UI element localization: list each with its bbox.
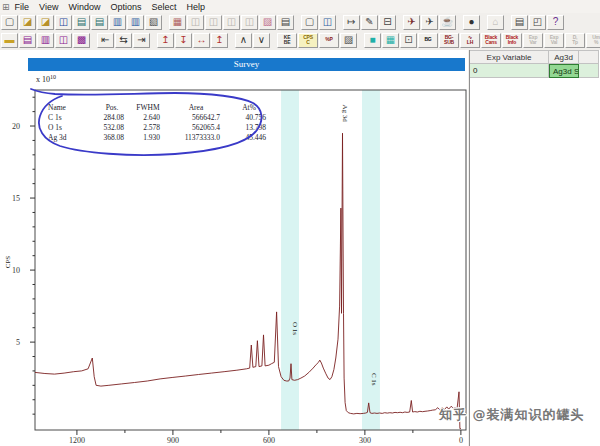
tile-columns-button[interactable]: ◫	[55, 33, 72, 48]
black-cans-button[interactable]: BlackCans	[481, 33, 501, 48]
panel-header-ag3d[interactable]: Ag3d	[549, 50, 579, 64]
print-button-icon: ▤	[515, 17, 524, 27]
d-tp-button[interactable]: D,Tp	[565, 33, 585, 48]
ke-be-toggle-button[interactable]: KEBE	[277, 33, 297, 48]
menu-view[interactable]: View	[39, 2, 58, 12]
convert-button[interactable]: ▦	[169, 15, 186, 30]
black-info-button[interactable]: BlackInfo	[502, 33, 522, 48]
step-first-button[interactable]: ⇤	[97, 33, 114, 48]
save-all-button[interactable]: ◫	[241, 15, 258, 30]
dark-round-button[interactable]: ●	[463, 15, 480, 30]
y-scale-label: x 1010	[36, 74, 56, 84]
percent-p-button[interactable]: %P	[319, 33, 339, 48]
new-file-button-icon: ▢	[5, 17, 14, 27]
y-tick-label: 20	[12, 122, 20, 131]
copy-blocks-button[interactable]: ▤	[91, 15, 108, 30]
print-button[interactable]: ▤	[511, 15, 528, 30]
save-file-button[interactable]: ◫	[55, 15, 72, 30]
image-button[interactable]: ▨	[340, 33, 357, 48]
zoom-out-y-button[interactable]: ↧	[175, 33, 192, 48]
open-file-button[interactable]: ◪	[19, 15, 36, 30]
zoom-x-button[interactable]: ↔	[193, 33, 210, 48]
tile-pages-button-icon: ▤	[23, 35, 32, 45]
jet-dark-button-icon: ✈	[407, 17, 415, 27]
teal-square-button[interactable]: ■	[364, 33, 381, 48]
jet-button-icon: ✈	[425, 17, 433, 27]
save-part-button[interactable]: ◫	[223, 15, 240, 30]
menu-options[interactable]: Options	[110, 2, 141, 12]
print-preview-button-icon: ◰	[533, 17, 542, 27]
plot-frame	[35, 90, 466, 430]
tile-grid-button[interactable]: ▩	[73, 33, 90, 48]
open-experiment-button[interactable]: ◪	[37, 15, 54, 30]
zoom-x-button-icon: ↔	[197, 35, 207, 45]
exp-var-button[interactable]: ExpVar	[523, 33, 543, 48]
tile-rows-button[interactable]: ▥	[37, 33, 54, 48]
print-preview-button[interactable]: ◰	[529, 15, 546, 30]
spectrum-plot[interactable]: 120090060030005101520x 1010CPSAg 3dO 1sC…	[0, 50, 468, 446]
step-swap-button-icon: ⇆	[119, 35, 127, 45]
jet-button[interactable]: ✈	[421, 15, 438, 30]
open-file-button-icon: ◪	[23, 17, 32, 27]
link-button[interactable]: ↦	[343, 15, 360, 30]
paste-special-button[interactable]: ▤	[277, 15, 294, 30]
tile-columns-button-icon: ◫	[59, 35, 68, 45]
lh-button[interactable]: ∿LH	[460, 33, 480, 48]
menu-select[interactable]: Select	[151, 2, 176, 12]
annotate-pencil-button[interactable]: ✎	[361, 15, 378, 30]
save-part-button-icon: ◫	[227, 17, 236, 27]
step-last-button-icon: ⇥	[137, 35, 145, 45]
library-cart-button[interactable]: ⊟	[379, 15, 396, 30]
panel-cell[interactable]: 0	[470, 64, 549, 78]
expand-button[interactable]: ∨	[253, 33, 270, 48]
step-swap-button[interactable]: ⇆	[115, 33, 132, 48]
cps-counts-button[interactable]: CPSC	[298, 33, 318, 48]
menu-window[interactable]: Window	[68, 2, 100, 12]
teal-image-button[interactable]: ▦	[382, 33, 399, 48]
panel-cell[interactable]	[579, 64, 599, 78]
jet-dark-button[interactable]: ✈	[403, 15, 420, 30]
teal-image-button-icon: ▦	[386, 35, 395, 45]
save-vamas-button-icon: ◫	[191, 17, 200, 27]
collapse-button-icon: ∧	[240, 35, 247, 45]
panel-cell-block-selected[interactable]: Ag3d S…	[549, 64, 579, 78]
coffee-button-icon: ☕	[441, 17, 453, 27]
exp-val-button[interactable]: ExpVal	[544, 33, 564, 48]
copy-page-button[interactable]: ▥	[109, 15, 126, 30]
help-button[interactable]: ?	[547, 15, 564, 30]
step-last-button[interactable]: ⇥	[133, 33, 150, 48]
menu-bar: ⊞ FileViewWindowOptionsSelectHelp	[0, 0, 600, 13]
teal-square-button-icon: ■	[369, 35, 375, 45]
zoom-in-y-button[interactable]: ↥	[157, 33, 174, 48]
collapse-button[interactable]: ∧	[235, 33, 252, 48]
help-button-icon: ?	[553, 17, 559, 27]
um-percent-button[interactable]: Um%	[586, 33, 600, 48]
image-button-icon: ▨	[344, 35, 353, 45]
home-button[interactable]: ⌂	[487, 15, 504, 30]
new-file-button[interactable]: ▢	[1, 15, 18, 30]
open-experiment-button-icon: ◪	[41, 17, 50, 27]
paste-button[interactable]: ▧	[145, 15, 162, 30]
tile-pages-button[interactable]: ▤	[19, 33, 36, 48]
panel-header-extra[interactable]	[579, 50, 599, 64]
panel-header-exp-variable[interactable]: Exp Variable	[470, 50, 549, 64]
bg-sub-button[interactable]: BG-SUB	[439, 33, 459, 48]
y-tick-label: 5	[16, 338, 20, 347]
page-layout-yellow-button[interactable]: ▬	[1, 33, 18, 48]
pen-circle-annotation	[31, 89, 262, 155]
overlay-button[interactable]: ⊡	[400, 33, 417, 48]
bg-button[interactable]: BG	[418, 33, 438, 48]
zoom-reset-button[interactable]: ↥	[211, 33, 228, 48]
save-as-button[interactable]: ◫	[205, 15, 222, 30]
cascade-windows-button[interactable]: ◫	[319, 15, 336, 30]
experiment-frame-panel: Exp VariableAg3d0Ag3d S…	[469, 50, 600, 446]
coffee-button[interactable]: ☕	[439, 15, 456, 30]
menu-help[interactable]: Help	[186, 2, 205, 12]
survey-tile-title-bar[interactable]: Survey	[28, 58, 465, 71]
save-vamas-button[interactable]: ◫	[187, 15, 204, 30]
new-window-button[interactable]: ▢	[301, 15, 318, 30]
copy-block-button[interactable]: ▤	[73, 15, 90, 30]
menu-file[interactable]: File	[15, 2, 30, 12]
view-frames-button[interactable]: ▨	[259, 15, 276, 30]
copy-pages-button[interactable]: ▥	[127, 15, 144, 30]
